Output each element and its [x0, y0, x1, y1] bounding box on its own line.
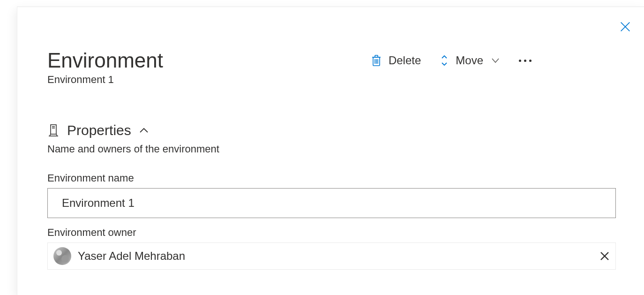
environment-panel: Environment Environment 1 Delete — [17, 7, 644, 295]
close-button[interactable] — [619, 20, 632, 35]
more-button[interactable] — [519, 60, 532, 62]
server-icon — [47, 123, 60, 137]
delete-label: Delete — [389, 54, 421, 67]
chevron-down-icon — [491, 57, 500, 64]
section-title: Properties — [67, 122, 131, 138]
move-button[interactable]: Move — [440, 54, 500, 67]
move-icon — [440, 54, 449, 67]
trash-icon — [371, 54, 382, 67]
env-name-input[interactable] — [47, 188, 616, 218]
section-description: Name and owners of the environment — [47, 143, 616, 155]
env-name-label: Environment name — [47, 172, 616, 184]
ellipsis-icon — [519, 60, 521, 62]
page-subtitle: Environment 1 — [47, 74, 163, 86]
close-icon — [619, 20, 632, 33]
page-title: Environment — [47, 49, 163, 72]
env-owner-field[interactable]: Yaser Adel Mehraban — [47, 242, 616, 270]
toolbar: Delete Move — [371, 54, 532, 67]
move-label: Move — [456, 54, 483, 67]
delete-button[interactable]: Delete — [371, 54, 421, 67]
x-icon — [599, 251, 610, 261]
svg-rect-10 — [51, 125, 56, 134]
owner-name: Yaser Adel Mehraban — [78, 250, 593, 263]
properties-section-header[interactable]: Properties — [47, 122, 616, 138]
env-owner-label: Environment owner — [47, 227, 616, 239]
avatar — [53, 247, 71, 265]
remove-owner-button[interactable] — [599, 251, 610, 261]
chevron-up-icon — [139, 127, 149, 134]
